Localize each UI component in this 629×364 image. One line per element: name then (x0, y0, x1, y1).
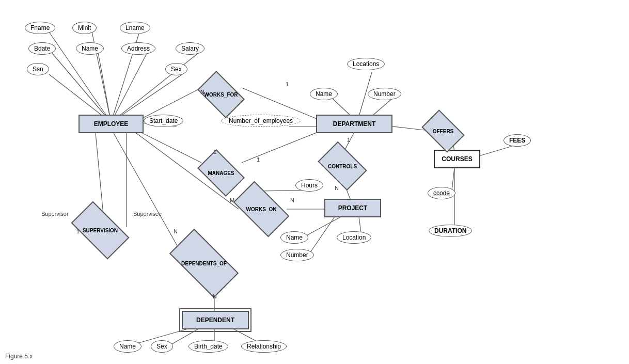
attr-fees: FEES (504, 134, 531, 147)
attr-number-dept: Number (368, 88, 401, 100)
card-supervisor: Supervisor (41, 211, 69, 217)
attr-ssn: Ssn (27, 63, 49, 75)
card-1-works-for: 1 (286, 81, 289, 87)
attr-lname: Lname (120, 22, 150, 34)
card-1-manages-dept: 1 (257, 156, 260, 163)
attr-minit: Minit (72, 22, 97, 34)
attr-number-proj: Number (280, 249, 314, 261)
card-n-supervision: N (174, 228, 178, 234)
attr-duration: DURATION (429, 225, 472, 237)
svg-line-5 (111, 53, 147, 122)
svg-line-34 (392, 126, 424, 130)
attr-sex-dep: Sex (151, 340, 173, 353)
attr-sex-emp: Sex (165, 63, 187, 75)
er-diagram: EMPLOYEE DEPARTMENT PROJECT DEPENDENT CO… (0, 0, 629, 364)
card-m-works-on: M (230, 197, 234, 203)
card-n-controls: N (335, 185, 339, 191)
attr-locations: Locations (347, 58, 385, 70)
attr-bdate: Bdate (28, 42, 56, 55)
svg-line-13 (372, 99, 391, 116)
attr-birth-date: Birth_date (188, 340, 228, 353)
attr-num-employees: Number_of_employees (221, 115, 301, 127)
entity-dependent: DEPENDENT (182, 311, 249, 329)
svg-line-37 (452, 168, 454, 190)
card-supervisee: Supervisee (133, 211, 162, 217)
svg-line-3 (52, 53, 111, 122)
attr-salary: Salary (176, 42, 205, 55)
attr-name-proj: Name (280, 231, 308, 244)
attr-address: Address (121, 42, 155, 55)
card-1-controls: 1 (347, 137, 350, 143)
attr-name-emp: Name (76, 42, 104, 55)
attr-name-dep: Name (114, 340, 141, 353)
svg-line-24 (310, 217, 335, 253)
entity-department: DEPARTMENT (316, 115, 392, 133)
card-n-works-for: N (200, 89, 205, 95)
card-n-works-on: N (290, 197, 294, 203)
card-1-supervision: 1 (76, 228, 80, 234)
attr-name-dept: Name (310, 88, 338, 100)
svg-line-16 (134, 129, 201, 163)
attr-start-date: Start_date (144, 115, 183, 127)
attr-relationship: Relationship (241, 340, 287, 353)
figure-caption: Figure 5.x (5, 353, 33, 360)
attr-ccode: ccode (428, 187, 455, 199)
card-n-dependents: N (213, 293, 217, 299)
attr-location-proj: Location (337, 231, 371, 244)
svg-line-23 (305, 217, 341, 236)
svg-line-26 (96, 133, 103, 214)
svg-line-6 (111, 53, 199, 122)
svg-line-17 (242, 129, 325, 163)
entity-employee: EMPLOYEE (78, 115, 144, 133)
svg-line-4 (98, 53, 111, 122)
card-1-manages-emp: 1 (213, 149, 216, 155)
svg-line-12 (333, 99, 351, 116)
entity-courses: COURSES (434, 150, 480, 168)
entity-project: PROJECT (324, 199, 381, 217)
attr-fname: Fname (25, 22, 55, 34)
